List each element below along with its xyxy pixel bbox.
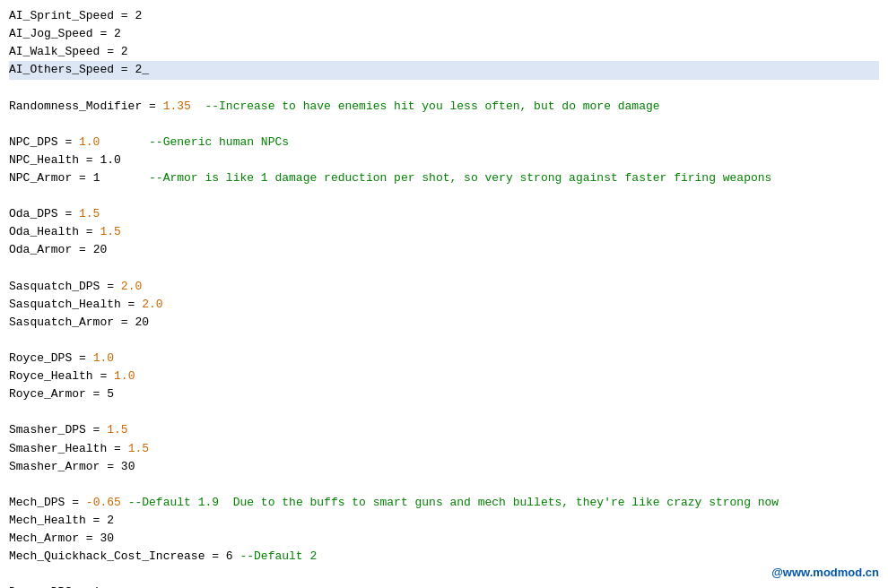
line-part: Royce_DPS = [9,350,93,368]
line [9,260,879,278]
line-part: Sasquatch_DPS = [9,278,121,296]
line-part: Sasquatch_Armor = [9,314,135,332]
line-part: -0.65 [86,494,121,512]
line: NPC_DPS = 1.0 --Generic human NPCs [9,134,879,151]
line: Mech_Armor = 30 [9,530,879,548]
line-part: --Armor is like 1 damage reduction per s… [100,169,771,187]
line: AI_Walk_Speed = 2 [9,43,879,61]
line-part: --Increase to have enemies hit you less … [191,98,660,116]
line: Smasher_Armor = 30 [9,458,879,476]
line-part: 2.0 [142,296,162,314]
line: Sasquatch_Armor = 20 [9,314,879,332]
line: Oda_Health = 1.5 [9,223,879,241]
line-part: 2 [107,512,114,530]
line-part: 2 [114,25,121,43]
line [9,80,879,98]
line-part: --Generic human NPCs [100,134,289,151]
line-part: 2_ [135,63,149,76]
line: Sasquatch_Health = 2.0 [9,296,879,314]
line-part: AI_Jog_Speed = [9,25,114,43]
line: Oda_DPS = 1.5 [9,205,879,223]
line-part: 1.0 [114,368,135,385]
line [9,187,879,205]
line-part: 1.5 [100,223,120,241]
line [9,566,879,584]
line-part: Smasher_Health = [9,440,128,458]
line-part: Oda_Armor = [9,241,93,259]
line-part: AI_Walk_Speed = [9,43,121,61]
line-part: Royce_Armor = [9,385,107,403]
line: Oda_Armor = 20 [9,241,879,259]
line-part: Randomness_Modifier = [9,98,163,116]
line-part: Mech_Quickhack_Cost_Increase = [9,548,226,566]
line: NPC_Health = 1.0 [9,151,879,169]
line-part: Smasher_DPS = [9,421,107,439]
line: Smasher_Health = 1.5 [9,440,879,458]
line-part: NPC_DPS = [9,134,79,151]
line: Mech_DPS = -0.65 --Default 1.9 Due to th… [9,494,879,512]
line-part: Oda_DPS = [9,205,79,223]
line-part: Sasquatch_Health = [9,296,142,314]
line-part: 20 [135,314,149,332]
line-part: 1.35 [163,98,191,116]
line: AI_Others_Speed = 2_ [9,61,879,79]
line-part: 1.0 [79,134,100,151]
line-part: 2 [121,43,128,61]
line-part: --Default 2 [233,548,318,566]
line: Drone_DPS = 1 [9,584,879,588]
line-part: Drone_DPS = [9,584,93,588]
line-part: 1.0 [93,350,114,368]
line-part: 1 [93,584,100,588]
line: Royce_Armor = 5 [9,385,879,403]
line-part: 5 [107,385,114,403]
line-part: 6 [226,548,233,566]
line: AI_Sprint_Speed = 2 [9,7,879,25]
line: Sasquatch_DPS = 2.0 [9,278,879,296]
line: Mech_Health = 2 [9,512,879,530]
line-part: Smasher_Armor = [9,458,121,476]
line-part: AI_Sprint_Speed = [9,7,135,25]
line: Royce_Health = 1.0 [9,368,879,385]
line-part: Royce_Health = [9,368,114,385]
line-part: Oda_Health = [9,223,100,241]
line [9,332,879,350]
code-content: AI_Sprint_Speed = 2AI_Jog_Speed = 2AI_Wa… [9,7,879,588]
line-part: 1.5 [107,421,127,439]
line-part: 1.5 [128,440,149,458]
line-part: 30 [121,458,135,476]
line: NPC_Armor = 1 --Armor is like 1 damage r… [9,169,879,187]
line-part: Mech_DPS = [9,494,86,512]
line-part: --Default 1.9 Due to the buffs to smart … [121,494,779,512]
line-part: 2.0 [121,278,142,296]
line [9,116,879,134]
line: Royce_DPS = 1.0 [9,350,879,368]
line-part: 20 [93,241,108,259]
line: Smasher_DPS = 1.5 [9,421,879,439]
line [9,403,879,421]
editor: AI_Sprint_Speed = 2AI_Jog_Speed = 2AI_Wa… [0,0,888,588]
watermark: @www.modmod.cn [771,566,879,579]
line-part: 1.0 [100,151,120,169]
line-part: Mech_Armor = [9,530,100,548]
line-part: Mech_Health = [9,512,107,530]
line-part: 1.5 [79,205,100,223]
line-part: 1 [93,169,100,187]
line [9,476,879,494]
line-part: AI_Others_Speed = [9,63,135,76]
line: AI_Jog_Speed = 2 [9,25,879,43]
line-part: NPC_Health = [9,151,100,169]
line: Mech_Quickhack_Cost_Increase = 6 --Defau… [9,548,879,566]
line-part: NPC_Armor = [9,169,93,187]
line: Randomness_Modifier = 1.35 --Increase to… [9,98,879,116]
line-part: 30 [100,530,114,548]
line-part: 2 [135,7,142,25]
